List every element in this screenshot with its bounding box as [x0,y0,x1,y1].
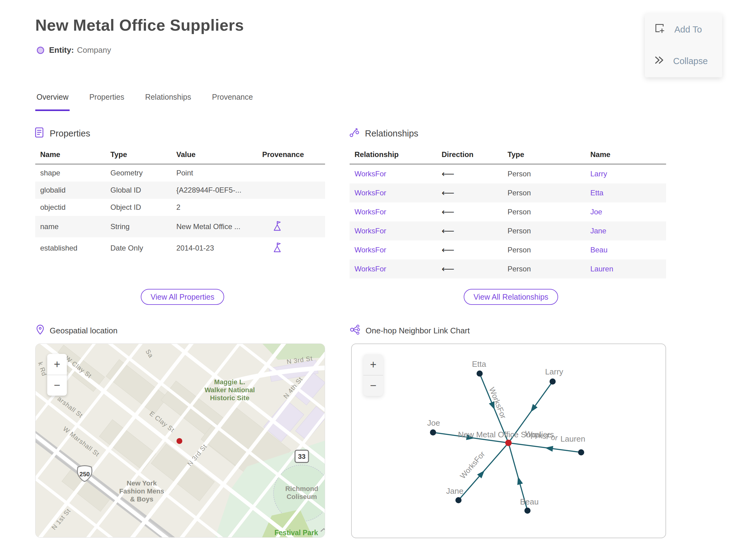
tab-overview[interactable]: Overview [35,93,70,111]
collapse-button[interactable]: Collapse [654,56,722,67]
node-joe[interactable] [430,429,436,435]
chart-zoom-in-button[interactable]: + [363,354,383,375]
center-node-label: New Metal Office Suppliers [458,430,554,439]
tab-provenance[interactable]: Provenance [211,93,254,111]
collapse-label: Collapse [673,56,708,66]
table-row: name String New Metal Office ... [35,216,325,237]
column-header: Type [110,147,176,164]
entity-row: Entity: Company [37,45,111,55]
column-header: Relationship [350,147,442,164]
cell-type: Date Only [110,237,176,259]
cell-name: globalid [35,182,110,199]
page-title: New Metal Office Suppliers [35,16,244,34]
svg-text:250: 250 [79,471,90,478]
place-label: Walker National [205,386,255,394]
table-row: WorksFor ⟵ Person Joe [350,202,666,221]
entity-type: Company [77,45,111,55]
relationships-heading: Relationships [349,127,418,140]
place-label: Maggie L. [214,378,245,386]
node-jane[interactable] [455,497,462,503]
direction-arrow: ⟵ [442,207,454,217]
table-row: objectid Object ID 2 [35,199,325,216]
add-to-icon [654,23,666,36]
cell-name: objectid [35,199,110,216]
place-label: Richmond [285,485,318,493]
cell-value: Point [176,164,262,182]
cell-name: shape [35,164,110,182]
cell-value: New Metal Office ... [176,216,262,237]
direction-arrow: ⟵ [442,188,454,198]
relationship-link[interactable]: WorksFor [355,170,386,178]
map-zoom-out-button[interactable]: − [47,375,67,396]
node-label: Larry [545,367,563,376]
node-beau[interactable] [524,508,531,514]
tab-properties[interactable]: Properties [88,93,125,111]
node-larry[interactable] [550,378,556,385]
node-lauren[interactable] [578,449,584,455]
entity-link[interactable]: Larry [590,170,607,178]
place-label: & Boys [130,495,153,503]
entity-link[interactable]: Beau [590,246,608,254]
cell-provenance [262,216,325,237]
entity-link[interactable]: Jane [590,227,606,235]
node-label: Etta [472,359,486,369]
relationship-link[interactable]: WorksFor [355,246,386,254]
relationships-table: Relationship Direction Type Name WorksFo… [350,147,666,278]
table-row: WorksFor ⟵ Person Jane [350,221,666,240]
place-label: Coliseum [286,493,317,501]
provenance-flag-icon[interactable] [273,220,282,233]
table-row: WorksFor ⟵ Person Larry [350,164,666,183]
direction-arrow: ⟵ [442,264,454,274]
node-etta[interactable] [477,370,483,377]
view-all-properties-button[interactable]: View All Properties [141,289,224,305]
map-pin-icon [36,324,44,337]
direction-arrow: ⟵ [442,245,454,255]
relationships-heading-label: Relationships [365,128,418,139]
view-all-relationships-button[interactable]: View All Relationships [464,289,558,305]
table-row: established Date Only 2014-01-23 [35,237,325,259]
onehop-heading: One-hop Neighbor Link Chart [350,324,470,337]
relationship-link[interactable]: WorksFor [355,208,386,216]
edge[interactable] [508,443,581,452]
place-label: Festival Park [274,529,318,537]
link-chart-canvas[interactable]: WorksFor WorksFor WorksFor Etta Larry Jo… [351,343,666,538]
entity-link[interactable]: Etta [590,189,604,197]
map-zoom-in-button[interactable]: + [47,354,67,375]
place-label: Historic Site [210,394,249,402]
cell-type: Person [508,164,590,183]
properties-table: Name Type Value Provenance shape Geometr… [35,147,325,259]
provenance-flag-icon[interactable] [273,242,282,255]
cell-type: Person [508,221,590,240]
tab-relationships[interactable]: Relationships [144,93,192,111]
link-chart-icon [350,324,360,337]
node-label: Lauren [561,434,585,443]
cell-type: Person [508,240,590,259]
relationship-link[interactable]: WorksFor [355,265,386,273]
entity-link[interactable]: Lauren [590,265,613,273]
node-label: Joe [427,418,440,428]
cell-value: {A228944F-0EF5-... [176,182,262,199]
relationship-link[interactable]: WorksFor [355,189,386,197]
chart-zoom-out-button[interactable]: − [363,375,383,396]
cell-name: established [35,237,110,259]
properties-header-row: Name Type Value Provenance [35,147,325,164]
add-to-button[interactable]: Add To [654,23,722,36]
entity-marker[interactable] [177,438,182,444]
chart-zoom-control: + − [363,354,383,396]
center-node[interactable] [505,440,512,446]
properties-heading: Properties [34,127,90,140]
column-header: Type [508,147,590,164]
entity-link[interactable]: Joe [590,208,602,216]
cell-type: Person [508,259,590,278]
relationship-link[interactable]: WorksFor [355,227,386,235]
column-header: Name [35,147,110,164]
entity-label: Entity: [49,45,74,55]
entity-type-icon [37,47,44,54]
route-shield: 33 [295,450,309,462]
map-canvas[interactable]: k Rd W Clay St Sa N 3rd St N 4th St arsh… [35,343,325,538]
collapse-icon [654,56,665,67]
column-header: Name [590,147,666,164]
cell-provenance [262,237,325,259]
geospatial-heading: Geospatial location [36,324,117,337]
add-to-label: Add To [674,25,702,35]
